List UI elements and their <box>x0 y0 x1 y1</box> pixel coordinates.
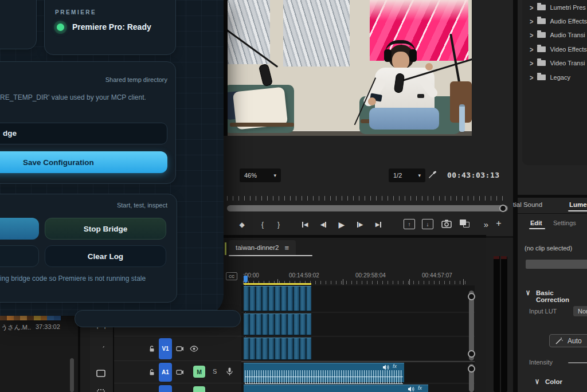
resolution-value: 1/2 <box>393 172 402 179</box>
mcp-bridge-overlay-window: PREMIERE Premiere Pro: Ready Shared temp… <box>0 0 224 316</box>
chevron-down-icon: ▾ <box>418 173 421 178</box>
audio-clip-a1[interactable]: fx <box>244 363 404 382</box>
tab-essential-sound[interactable]: tial Sound <box>513 201 542 208</box>
track-header-a2[interactable] <box>114 384 241 392</box>
basic-correction-header[interactable]: Basic Correction <box>536 289 587 303</box>
chevron-right-icon[interactable]: > <box>530 45 533 53</box>
divider <box>518 213 587 214</box>
scrollbar-knob[interactable] <box>468 350 475 358</box>
lift-button[interactable]: ↑ <box>404 219 415 229</box>
video-audio-divider[interactable] <box>241 361 475 362</box>
track-header-v1[interactable]: V1 <box>114 337 241 361</box>
mute-button[interactable]: M <box>193 366 205 378</box>
bin-item-lumetri-presets[interactable]: > Lumetri Pres <box>518 1 587 14</box>
monitor-horizontal-scrollbar[interactable] <box>227 205 508 211</box>
settings-wrench-icon[interactable] <box>428 170 438 180</box>
video-clips-v3[interactable] <box>244 286 311 311</box>
project-scrollbar[interactable] <box>70 358 74 392</box>
sync-lock-icon[interactable] <box>176 346 184 352</box>
extract-button[interactable]: ↓ <box>422 219 433 229</box>
folder-icon <box>537 75 546 80</box>
captions-badge[interactable]: CC <box>226 272 237 280</box>
rectangle-tool-icon[interactable] <box>94 366 108 380</box>
chevron-down-icon[interactable]: ∨ <box>526 288 530 297</box>
scrollbar-knob[interactable] <box>468 293 475 300</box>
bin-item-legacy[interactable]: > Legacy <box>518 71 587 84</box>
type-tool-icon[interactable] <box>94 386 108 392</box>
auto-button[interactable]: Auto <box>549 334 587 347</box>
monitor-mini-ruler[interactable] <box>227 196 508 201</box>
temp-directory-input[interactable]: dge <box>0 123 167 144</box>
go-to-in-button[interactable]: ◀ <box>300 219 310 230</box>
chevron-right-icon[interactable]: > <box>530 31 533 39</box>
clip-name[interactable]: うさん.M.. <box>1 323 31 332</box>
panel-divider-vertical[interactable] <box>513 0 518 392</box>
play-button[interactable]: ▶ <box>337 219 346 230</box>
track-target-a1[interactable]: A1 <box>159 363 172 382</box>
monitor-zoom-select[interactable]: 46% ▾ <box>240 168 281 182</box>
pen-tool-icon[interactable] <box>94 342 108 356</box>
lock-open-icon[interactable] <box>148 369 155 376</box>
chevron-right-icon[interactable]: > <box>530 59 533 67</box>
sequence-tab[interactable]: taiwan-dinner2 ≡ <box>229 240 296 255</box>
bin-item-video-effects[interactable]: > Video Effects <box>518 43 587 56</box>
go-to-out-button[interactable]: ▶ <box>374 219 383 230</box>
comparison-view-icon[interactable] <box>460 219 470 228</box>
audio-clip-a2[interactable]: fx <box>244 385 428 392</box>
water-bottle <box>459 104 465 132</box>
work-area-bar[interactable] <box>244 283 311 285</box>
button-editor-plus-icon[interactable]: + <box>494 218 503 229</box>
stop-bridge-button[interactable]: Stop Bridge <box>45 218 166 240</box>
lumetri-tab-edit[interactable]: Edit <box>530 219 542 226</box>
mark-in-button[interactable]: { <box>258 219 267 230</box>
eye-icon[interactable] <box>190 346 198 352</box>
track-header-a1[interactable]: A1 M S <box>114 362 241 383</box>
speaker-icon <box>408 386 414 392</box>
export-frame-camera-icon[interactable] <box>441 219 452 230</box>
lumetri-panel: tial Sound Lume Edit Settings (no clip s… <box>518 198 587 392</box>
scrollbar-knob[interactable] <box>468 365 475 373</box>
sequence-tab-label: taiwan-dinner2 <box>236 244 279 251</box>
step-back-button[interactable]: ◀ <box>319 219 328 230</box>
more-buttons-icon[interactable]: » <box>482 218 491 230</box>
bin-item-audio-transitions[interactable]: > Audio Transi <box>518 29 587 41</box>
video-clips-v2[interactable] <box>244 313 311 335</box>
chevron-right-icon[interactable]: > <box>530 73 533 81</box>
solo-button[interactable]: S <box>213 368 217 375</box>
bin-item-audio-effects[interactable]: > Audio Effects <box>518 15 587 28</box>
save-configuration-button[interactable]: Save Configuration <box>0 151 167 173</box>
painting-gray-center <box>283 0 350 66</box>
sync-lock-icon[interactable] <box>176 369 184 375</box>
track-target-a2[interactable] <box>159 385 172 392</box>
step-forward-button[interactable]: ▶ <box>355 219 365 230</box>
playhead-marker[interactable] <box>244 276 248 283</box>
track-target-v1[interactable]: V1 <box>159 338 172 359</box>
tab-menu-hamburger-icon[interactable]: ≡ <box>284 244 289 252</box>
clip-duration: 37:33:02 <box>36 323 60 330</box>
start-bridge-button-partial[interactable] <box>0 218 39 240</box>
partial-button[interactable]: on <box>0 245 39 267</box>
mark-out-button[interactable]: } <box>274 219 283 230</box>
chevron-right-icon[interactable]: > <box>530 3 533 11</box>
clip-name-bar[interactable] <box>526 260 587 269</box>
lock-open-icon[interactable] <box>148 346 155 352</box>
intensity-slider[interactable] <box>568 362 587 363</box>
program-monitor-video[interactable] <box>228 0 472 136</box>
video-clips-v1[interactable] <box>244 338 311 360</box>
mute-button[interactable] <box>193 386 205 392</box>
mic-record-icon[interactable] <box>226 367 233 376</box>
lumetri-tab-settings[interactable]: Settings <box>553 219 576 226</box>
tab-lumetri-color[interactable]: Lume <box>569 201 587 208</box>
add-marker-button[interactable]: ◆ <box>237 219 246 230</box>
effects-bin-panel: > Lumetri Pres > Audio Effects > Audio T… <box>518 0 587 195</box>
monitor-timecode: 00:43:03:13 <box>447 171 500 179</box>
color-section-header[interactable]: Color <box>545 378 562 385</box>
input-lut-select[interactable]: Non <box>573 306 587 316</box>
monitor-scrollbar-knob[interactable] <box>499 205 507 212</box>
chevron-right-icon[interactable]: > <box>530 17 533 25</box>
chevron-down-icon[interactable]: ∨ <box>535 377 539 386</box>
playback-resolution-select[interactable]: 1/2 ▾ <box>389 168 425 182</box>
clear-log-button[interactable]: Clear Log <box>45 245 166 267</box>
folder-icon <box>537 18 546 24</box>
bin-item-video-transitions[interactable]: > Video Transi <box>518 57 587 69</box>
